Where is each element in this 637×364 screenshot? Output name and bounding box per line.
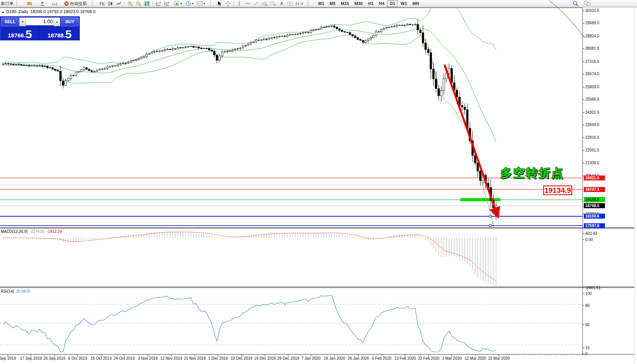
- chart-canvas[interactable]: [0, 0, 637, 364]
- rsi-axis-80: 80: [585, 303, 590, 308]
- hline-handle[interactable]: [489, 224, 491, 226]
- price-tick-28081.5: 28081.5: [585, 46, 599, 51]
- rsi-axis-15: 15: [585, 346, 590, 350]
- rsi-axis-50: 50: [585, 323, 590, 327]
- price-tick-30331.5: 30331.5: [585, 8, 599, 13]
- band-arc: [549, 1, 585, 38]
- price-level-label-18150.6: 18150.6: [584, 214, 605, 219]
- hline-handle[interactable]: [489, 215, 491, 217]
- chart-ohlc-values: 18200.0 19792.0 18023.0 18768.0: [30, 9, 95, 14]
- rsi-axis-100: 100: [585, 292, 592, 296]
- macd-indicator-label: MACD(12,26,9)-2274.01-1912.29: [1, 229, 62, 234]
- rsi-value: 26.9976: [16, 289, 30, 293]
- sell-price-big-digit: 5: [25, 29, 32, 39]
- sell-price-main: 18766.: [8, 32, 25, 39]
- price-level-label-19747.3: 19747.3: [584, 187, 605, 192]
- price-tick-29589.0: 29589.0: [585, 21, 599, 25]
- price-tick-24301.5: 24301.5: [585, 110, 599, 115]
- buy-price-big-digit: 5: [65, 29, 72, 39]
- sell-price[interactable]: 18766.5: [1, 27, 39, 40]
- one-click-trading-panel: SELL ▼ ▲ BUY 18766.5 18788.5: [0, 16, 80, 40]
- price-tick-25809.0: 25809.0: [585, 85, 599, 89]
- buy-button[interactable]: BUY: [61, 17, 79, 26]
- volume-decrease-button[interactable]: ▼: [19, 17, 26, 26]
- price-level-label-19134.9: 19134.9: [584, 197, 605, 202]
- price-tick-21309.0: 21309.0: [585, 161, 599, 165]
- price-tick-27316.5: 27316.5: [585, 59, 599, 64]
- price-tick-28824.0: 28824.0: [585, 34, 599, 38]
- mt4-terminal-window: 新订单 自动交易: [0, 0, 637, 364]
- volume-input[interactable]: [25, 17, 54, 25]
- price-tick-25066.5: 25066.5: [585, 97, 599, 101]
- price-level-label-20421.5: 20421.5: [584, 175, 605, 180]
- price-tag-annotation[interactable]: 19134.9: [543, 185, 572, 195]
- macd-axis-0.00: 0.00: [585, 238, 593, 242]
- price-tick-22051.5: 22051.5: [585, 148, 599, 152]
- rsi-name: RSI(14): [1, 289, 14, 293]
- turning-point-annotation[interactable]: 多空转折点: [500, 165, 564, 181]
- rsi-axis-0: 0: [585, 352, 588, 356]
- buy-price[interactable]: 18788.5: [41, 27, 79, 40]
- price-tick-26574.0: 26574.0: [585, 72, 599, 76]
- buy-price-main: 18788.: [47, 32, 65, 39]
- candles: [2, 20, 497, 220]
- chart-title: ▲DJ30-,Daily18200.0 19792.0 18023.0 1876…: [2, 9, 95, 14]
- chart-symbol-period: DJ30-,Daily: [6, 9, 28, 14]
- macd-name: MACD(12,26,9): [1, 229, 27, 234]
- macd-axis--2401.51: -2401.51: [585, 286, 600, 290]
- sell-button[interactable]: SELL: [1, 17, 19, 26]
- macd-indicator: [3, 232, 496, 287]
- trend-arrow[interactable]: [444, 65, 497, 215]
- price-tick-22816.5: 22816.5: [585, 135, 599, 140]
- price-level-label-17597.8: 17597.8: [584, 223, 605, 228]
- macd-signal-value: -1912.29: [47, 229, 62, 234]
- price-tick-23559.0: 23559.0: [585, 123, 599, 127]
- volume-increase-button[interactable]: ▲: [54, 17, 60, 26]
- price-level-label-18768.0: 18768.0: [584, 203, 605, 208]
- rsi-indicator: [0, 295, 583, 352]
- macd-main-value: -2274.01: [29, 229, 44, 234]
- macd-axis-403.43: 403.43: [585, 231, 597, 236]
- rsi-indicator-label: RSI(14)26.9976: [1, 289, 30, 293]
- collapse-icon[interactable]: ▲: [2, 10, 5, 14]
